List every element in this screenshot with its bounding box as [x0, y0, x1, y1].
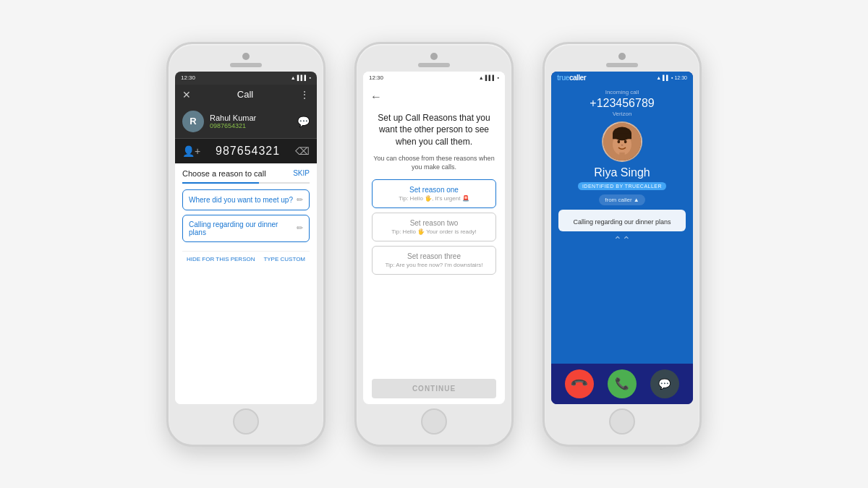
setup-subtitle: You can choose from these reasons when y… — [372, 154, 496, 172]
choose-title: Choose a reason to call — [182, 169, 266, 178]
reason-text-2: Calling regarding our dinner plans — [189, 221, 297, 236]
truecaller-brand: truecaller — [557, 74, 586, 82]
phone-1: 12:30 ▲ ▌▌▌ ▪ ✕ Call ⋮ R Rahul Kumar 098… — [166, 42, 326, 447]
setup-reason-tip-2: Tip: Hello 🖐 Your order is ready! — [380, 228, 488, 235]
swipe-arrows: ⌃⌃ — [613, 234, 631, 246]
dial-number: 987654321 — [216, 145, 280, 158]
phone-camera-3 — [618, 53, 626, 60]
continue-button[interactable]: CONTINUE — [372, 379, 496, 398]
status-icons-1: ▲ ▌▌▌ ▪ — [291, 75, 311, 80]
contact-initial: R — [190, 116, 196, 127]
contact-name: Rahul Kumar — [210, 114, 292, 122]
phone-speaker-2 — [418, 63, 450, 67]
phone-2: 12:30 ▲ ▌▌▌ ▪ ← Set up Call Reasons that… — [354, 42, 514, 447]
setup-header: ← — [363, 85, 505, 106]
decline-icon: 📞 — [570, 374, 590, 394]
edit-icon-2[interactable]: ✏ — [297, 223, 303, 233]
svg-point-6 — [621, 144, 624, 145]
edit-icon-1[interactable]: ✏ — [297, 195, 303, 205]
phone-3: truecaller ▲ ▌▌ ▪ 12:30 Incoming call +1… — [542, 42, 702, 447]
phone-screen-1: 12:30 ▲ ▌▌▌ ▪ ✕ Call ⋮ R Rahul Kumar 098… — [175, 72, 317, 404]
message-icon[interactable]: 💬 — [297, 116, 310, 127]
phone-screen-2: 12:30 ▲ ▌▌▌ ▪ ← Set up Call Reasons that… — [363, 72, 505, 404]
caller-number: +123456789 — [590, 97, 654, 110]
battery-icon-2: ▪ — [498, 75, 499, 80]
setup-reason-title-3: Set reason three — [380, 252, 488, 260]
contact-info: Rahul Kumar 0987654321 — [210, 114, 292, 129]
accept-button[interactable]: 📞 — [608, 369, 637, 398]
phone-camera-1 — [242, 53, 250, 60]
reason-text-1: Where did you want to meet up? — [189, 196, 297, 204]
battery-icon-1: ▪ — [310, 75, 311, 80]
reason-button-1[interactable]: Where did you want to meet up? ✏ — [182, 189, 310, 210]
back-icon[interactable]: ← — [370, 90, 382, 103]
setup-reason-title-1: Set reason one — [380, 186, 488, 194]
status-time-3: 12:30 — [674, 75, 687, 80]
signal-icon-3: ▌▌ — [663, 75, 670, 80]
phone-speaker-1 — [230, 63, 262, 67]
message-button[interactable]: 💬 — [650, 369, 679, 398]
action-bar: 📞 📞 💬 — [551, 364, 693, 404]
wifi-icon-3: ▲ — [656, 75, 661, 80]
home-button-1[interactable] — [233, 408, 259, 435]
carrier-label: Verizon — [613, 111, 632, 117]
reason-button-2[interactable]: Calling regarding our dinner plans ✏ — [182, 215, 310, 242]
setup-reason-tip-3: Tip: Are you free now? I'm downstairs! — [380, 262, 488, 268]
setup-reason-tip-1: Tip: Hello 🖐, It's urgent 🚨 — [380, 195, 488, 202]
type-custom-link[interactable]: TYPE CUSTOM — [263, 256, 305, 262]
caller-name: Riya Singh — [594, 166, 650, 179]
contact-number: 0987654321 — [210, 122, 292, 129]
phone-camera-2 — [430, 53, 438, 60]
close-icon[interactable]: ✕ — [182, 89, 191, 100]
caller-message-card: Calling regarding our dinner plans — [558, 210, 686, 231]
phone-screen-3: truecaller ▲ ▌▌ ▪ 12:30 Incoming call +1… — [551, 72, 693, 404]
setup-title: Set up Call Reasons that you want the ot… — [372, 112, 496, 148]
from-caller-text: from caller ▲ — [605, 197, 639, 203]
reason-header: Choose a reason to call SKIP — [182, 169, 310, 178]
status-time-1: 12:30 — [181, 74, 195, 81]
contact-avatar: R — [182, 111, 204, 132]
divider — [182, 182, 310, 184]
header-title: Call — [237, 89, 253, 100]
reason-panel: Choose a reason to call SKIP Where did y… — [175, 163, 317, 404]
status-bar-3: truecaller ▲ ▌▌ ▪ 12:30 — [551, 72, 693, 85]
signal-icon-1: ▌▌▌ — [297, 75, 308, 80]
setup-reason-card-3[interactable]: Set reason three Tip: Are you free now? … — [372, 246, 496, 275]
message-icon-3: 💬 — [658, 378, 671, 390]
setup-content: Set up Call Reasons that you want the ot… — [363, 106, 505, 404]
dialpad-display: 👤+ 987654321 ⌫ — [175, 139, 317, 163]
home-button-3[interactable] — [609, 408, 635, 435]
contact-row: R Rahul Kumar 0987654321 💬 — [175, 105, 317, 139]
caller-avatar — [602, 121, 642, 162]
svg-point-4 — [618, 140, 621, 143]
svg-rect-7 — [619, 152, 624, 160]
incoming-label: Incoming call — [605, 89, 639, 95]
reason-footer: HIDE FOR THIS PERSON TYPE CUSTOM — [182, 251, 310, 262]
wifi-icon-1: ▲ — [291, 75, 296, 80]
hide-for-person-link[interactable]: HIDE FOR THIS PERSON — [187, 256, 255, 262]
caller-message: Calling regarding our dinner plans — [573, 218, 671, 226]
setup-reason-card-1[interactable]: Set reason one Tip: Hello 🖐, It's urgent… — [372, 179, 496, 208]
status-bar-2: 12:30 ▲ ▌▌▌ ▪ — [363, 72, 505, 85]
signal-icon-2: ▌▌▌ — [485, 75, 496, 80]
setup-reason-card-2[interactable]: Set reason two Tip: Hello 🖐 Your order i… — [372, 213, 496, 241]
add-contact-icon[interactable]: 👤+ — [182, 145, 200, 157]
svg-rect-3 — [613, 133, 631, 138]
wifi-icon-2: ▲ — [479, 75, 484, 80]
status-bar-1: 12:30 ▲ ▌▌▌ ▪ — [175, 72, 317, 85]
menu-icon[interactable]: ⋮ — [299, 89, 310, 100]
id-badge: IDENTIFIED BY TRUECALLER — [578, 182, 666, 190]
status-icons-2: ▲ ▌▌▌ ▪ — [479, 75, 499, 80]
home-button-2[interactable] — [421, 408, 447, 435]
delete-icon[interactable]: ⌫ — [295, 145, 310, 157]
status-icons-3: ▲ ▌▌ ▪ 12:30 — [656, 75, 687, 80]
svg-point-5 — [624, 140, 627, 143]
battery-icon-3: ▪ — [671, 75, 673, 80]
incoming-call-panel: Incoming call +123456789 Verizon — [551, 85, 693, 364]
phone-speaker-3 — [606, 63, 638, 67]
accept-icon: 📞 — [615, 377, 629, 390]
skip-button[interactable]: SKIP — [293, 169, 310, 177]
decline-button[interactable]: 📞 — [565, 369, 594, 398]
caller-avatar-container — [602, 121, 642, 162]
avatar-svg — [603, 121, 641, 162]
